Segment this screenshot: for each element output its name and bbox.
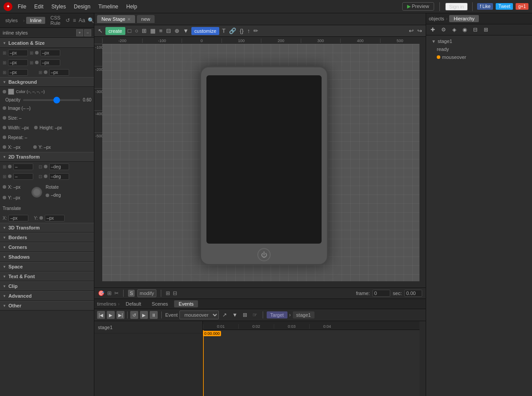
create-button[interactable]: create [105, 27, 125, 35]
rt-btn-plus2[interactable]: ⊞ [482, 26, 490, 34]
z-input[interactable] [8, 69, 28, 76]
section-text-font[interactable]: Text & Font [0, 272, 94, 281]
cb-icon-grid[interactable]: ⊞ [166, 290, 170, 296]
section-location-size[interactable]: Location & Size [0, 38, 94, 48]
t2d-dot-3[interactable] [8, 175, 12, 178]
menu-edit[interactable]: Edit [31, 3, 46, 11]
cb-icon-target[interactable]: 🎯 [98, 290, 105, 296]
minus-tool[interactable]: ⊟ [165, 27, 172, 35]
facebook-btn[interactable]: f Like [477, 3, 493, 10]
t2d-x2[interactable] [13, 173, 33, 180]
tl-tab-default[interactable]: Default [121, 300, 146, 307]
translate-x-input[interactable] [8, 215, 28, 221]
target-button[interactable]: Target [267, 311, 287, 318]
bg-color-swatch[interactable] [8, 89, 14, 95]
w-dot[interactable] [35, 61, 39, 64]
t2d-dot-2[interactable] [44, 165, 47, 168]
tab-inline[interactable]: Inline [26, 17, 45, 24]
section-clip[interactable]: Clip [0, 281, 94, 291]
panel-icon-list[interactable]: ≡ [73, 17, 76, 23]
link-tool[interactable]: 🔗 [228, 27, 237, 35]
hier-item-stage1[interactable]: ▼ stage1 [428, 37, 530, 45]
rt-btn-minus2[interactable]: ⊟ [471, 26, 479, 34]
arrow-tool[interactable]: ▼ [182, 27, 190, 35]
section-corners[interactable]: Corners [0, 242, 94, 252]
tl-btn-play[interactable]: ▶ [107, 311, 115, 319]
panel-icon-text[interactable]: Aa [78, 17, 85, 23]
rotate-deg-dot[interactable] [46, 194, 49, 197]
tab-new[interactable]: new [137, 15, 155, 23]
menu-timeline[interactable]: Timeline [96, 3, 121, 11]
rt-btn-filter[interactable]: ◈ [450, 26, 458, 34]
gplus-btn[interactable]: g+1 [516, 3, 528, 10]
rotate-handle[interactable] [31, 187, 42, 198]
section-borders[interactable]: Borders [0, 233, 94, 242]
bg-y-dot[interactable] [33, 145, 37, 149]
undo-button[interactable]: ↩ [408, 27, 415, 35]
canvas-scrollbar-h[interactable] [102, 281, 419, 287]
inline-collapse-btn[interactable]: − [84, 29, 91, 36]
section-advanced[interactable]: Advanced [0, 291, 94, 301]
section-3d-transform[interactable]: 3D Transform [0, 223, 94, 233]
inline-expand-btn[interactable]: + [76, 29, 83, 36]
tl-icon-arrow[interactable]: ↗ [221, 311, 229, 319]
stage-button[interactable]: stage1 [293, 311, 315, 318]
timeline-scrollbar[interactable] [419, 321, 426, 396]
hier-item-ready[interactable]: ready [428, 45, 530, 53]
tl-tab-events[interactable]: Events [174, 300, 198, 307]
tl-icon-dd[interactable]: ▼ [230, 311, 239, 319]
tab-close-new-stage[interactable]: ✕ [127, 17, 131, 22]
event-select[interactable]: mouseover [179, 311, 219, 319]
section-2d-transform[interactable]: 2D Transform [0, 152, 94, 162]
z2-input[interactable] [49, 69, 69, 76]
h-input[interactable] [40, 59, 60, 66]
bg-width-dot[interactable] [3, 126, 6, 129]
bg-size-dot[interactable] [3, 116, 6, 120]
draw-tool[interactable]: ✏ [252, 27, 259, 35]
bg-color-dot[interactable] [3, 90, 6, 93]
tl-btn-end[interactable]: ▶| [116, 311, 124, 319]
rotate-y-dot[interactable] [3, 196, 6, 199]
translate-y-input[interactable] [45, 215, 65, 221]
cb-icon-minus[interactable]: ⊟ [173, 290, 177, 296]
tl-btn-pause[interactable]: ⏸ [150, 311, 158, 319]
tl-tab-scenes[interactable]: Scenes [148, 300, 173, 307]
code-tool[interactable]: {} [239, 27, 245, 35]
bg-image-dot[interactable] [3, 106, 6, 110]
cb-icon-scissors[interactable]: ✂ [114, 290, 119, 296]
t2d-deg1[interactable] [49, 163, 69, 170]
hier-item-mouseover[interactable]: mouseover [428, 53, 530, 61]
export-tool[interactable]: ↑ [246, 27, 251, 35]
opacity-slider[interactable] [23, 99, 80, 101]
text-tool[interactable]: T [221, 27, 226, 35]
hierarchy-tab[interactable]: Hierarchy [449, 15, 479, 22]
t2d-dot-1[interactable] [8, 165, 12, 168]
sec-input[interactable] [404, 290, 422, 297]
select-tool[interactable]: ↖ [97, 27, 104, 35]
tl-btn-start[interactable]: |◀ [97, 311, 105, 319]
translate-y-dot[interactable] [39, 216, 43, 220]
frame-input[interactable] [373, 290, 390, 297]
tab-css-rule[interactable]: CSS Rule [47, 14, 64, 27]
t2d-dot-4[interactable] [44, 175, 47, 178]
rt-btn-add[interactable]: ✚ [429, 26, 437, 34]
x-dot[interactable] [35, 51, 39, 54]
rect-tool[interactable]: □ [127, 27, 132, 35]
menu-design[interactable]: Design [71, 3, 93, 11]
panel-icon-search[interactable]: 🔍 [88, 17, 94, 23]
section-background[interactable]: Background [0, 77, 94, 87]
grid-tool[interactable]: ⊞ [141, 27, 148, 35]
section-shadows[interactable]: Shadows [0, 252, 94, 262]
canvas-scrollbar-v[interactable] [419, 44, 426, 287]
canvas-area[interactable]: ⏻ [102, 44, 426, 287]
section-space[interactable]: Space [0, 262, 94, 272]
menu-help[interactable]: Help [124, 3, 140, 11]
tl-icon-cursor[interactable]: ☞ [251, 311, 259, 319]
bg-x-dot[interactable] [3, 145, 6, 149]
preview-button[interactable]: Preview [402, 2, 434, 11]
customize-button[interactable]: customize [191, 27, 220, 35]
rt-btn-target2[interactable]: ◉ [461, 26, 469, 34]
timeline-track[interactable]: 0:01 0:02 0:03 0:04 0:00.000 [203, 321, 419, 396]
plus-tool[interactable]: ⊕ [174, 27, 180, 35]
menu-styles[interactable]: Styles [49, 3, 69, 11]
